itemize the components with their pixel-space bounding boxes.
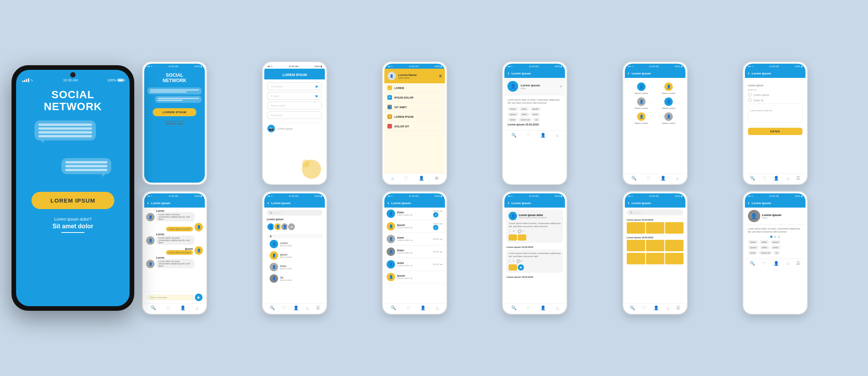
back-arrow[interactable]: ‹ xyxy=(507,71,509,76)
feed-post-1: 👤 Lorem ipsum dolor Lorem ipsum dolor si… xyxy=(506,209,563,243)
nav-search[interactable]: 🔍 xyxy=(511,133,517,138)
nav-h11[interactable]: ♡ xyxy=(642,305,646,310)
nav-h9[interactable]: ♡ xyxy=(407,305,410,310)
menu-item-4[interactable]: ⚙ LOREM IPSUM xyxy=(384,112,445,122)
nav-menu8[interactable]: ☰ xyxy=(316,305,320,310)
nav-hm11[interactable]: ⌂ xyxy=(666,306,669,310)
nav-heart2[interactable]: ♡ xyxy=(527,133,530,138)
nav-p7[interactable]: 👤 xyxy=(180,305,186,310)
back-arrow-11[interactable]: ‹ xyxy=(628,200,629,206)
contact-6: 👤 Name Lorem xyxy=(657,112,681,124)
back-arrow-6[interactable]: ‹ xyxy=(748,71,749,76)
nav-home2[interactable]: ⌂ xyxy=(556,133,559,137)
nav-s1[interactable]: 🔍 xyxy=(631,176,637,181)
nav-hm6[interactable]: ⌂ xyxy=(787,176,789,181)
chat-messages: 👤 Lorem Lorem dolor sit amet, consectetu… xyxy=(144,208,205,291)
field-dob[interactable]: Date of Birth xyxy=(267,102,322,109)
nav-s7[interactable]: 🔍 xyxy=(151,305,156,310)
nav-menu12[interactable]: ☰ xyxy=(796,261,800,266)
menu-item-1[interactable]: ⌂ LOREM xyxy=(384,83,445,93)
nav-p6[interactable]: 👤 xyxy=(774,176,779,181)
radio-2[interactable] xyxy=(748,98,752,102)
nav-s8[interactable]: 🔍 xyxy=(270,305,275,310)
group-item-4[interactable]: 👤 SitIpsum dolor xyxy=(267,273,323,284)
msg-item-3[interactable]: 👤 Amet Lorem dolor sit 09:42 am xyxy=(384,233,445,246)
nav-h8[interactable]: ♡ xyxy=(282,305,286,310)
nav-hm10[interactable]: ⌂ xyxy=(556,306,559,310)
group-item-1[interactable]: 👤 LoremIpsum dolor xyxy=(267,238,323,250)
search-bar-11[interactable]: 🔍 Search xyxy=(627,209,684,215)
group-item-2[interactable]: 👤 IpsumIpsum dolor xyxy=(267,250,323,261)
contact-avatar-6: 👤 xyxy=(664,112,673,121)
msg-item-1[interactable]: 👤 Dolor Lorem dolor sit 09:42 am 1 xyxy=(384,208,445,220)
nav-p9[interactable]: 👤 xyxy=(420,305,426,310)
chat-send-btn[interactable]: ▶ xyxy=(195,294,203,301)
nav-h6[interactable]: ♡ xyxy=(763,176,766,181)
nav-menu11[interactable]: ☰ xyxy=(676,305,680,310)
msg-item-2[interactable]: 👤 Ipsum Lorem dolor sit 09:42 am 2 xyxy=(384,220,445,233)
sp-header-menu: 👤 Lorem Name lorem.dolor × xyxy=(384,69,445,83)
sp-cta-blue[interactable]: LOREM IPSUM xyxy=(153,108,196,116)
nav-house2[interactable]: ⊞ xyxy=(435,176,438,181)
msg-item-4[interactable]: 👤 Dolor Lorem dolor sit 09:42 am xyxy=(384,246,445,258)
phone-menu: ●● ∿ 10:30 AM 100% ▮ 👤 Lorem Name lorem.… xyxy=(382,61,447,185)
nav-h1[interactable]: ♡ xyxy=(647,176,651,181)
nav-s12[interactable]: 🔍 xyxy=(750,261,755,266)
nav-p12[interactable]: 👤 xyxy=(774,261,779,266)
nav-h10[interactable]: ♡ xyxy=(527,305,530,310)
nav-s10[interactable]: 🔍 xyxy=(511,305,517,310)
nav-person2[interactable]: 👤 xyxy=(540,133,546,138)
group-item-3[interactable]: 👤 DolorIpsum dolor xyxy=(267,261,323,273)
menu-item-5[interactable]: → DOLOR SIT xyxy=(384,122,445,131)
field-password[interactable]: Password xyxy=(267,111,322,119)
nav-p1[interactable]: 👤 xyxy=(660,176,666,181)
nav-p8[interactable]: 👤 xyxy=(293,305,299,310)
contact-avatar-4: 👤 xyxy=(664,97,673,106)
nav-menu6[interactable]: ☰ xyxy=(796,176,800,181)
chat-avatar-5: 👤 xyxy=(146,260,155,268)
detail-tag-row-2: ipsum dolor amet xyxy=(748,246,802,249)
sp-status-5: ●● ∿ 10:30 AM 100% ▮ xyxy=(625,64,685,69)
nav-hm7[interactable]: ⌂ xyxy=(196,306,198,310)
nav-heart[interactable]: ♡ xyxy=(404,176,408,181)
back-arrow-10[interactable]: ‹ xyxy=(507,200,509,206)
nav-s6[interactable]: 🔍 xyxy=(750,176,755,181)
group-avatars: 👤 👤 👤 Sit xyxy=(267,223,323,231)
menu-item-2[interactable]: ✉ IPSUM DOLOR xyxy=(384,93,445,102)
nav-hm1[interactable]: ⌂ xyxy=(676,176,679,181)
back-arrow-5[interactable]: ‹ xyxy=(628,71,629,76)
nav-home[interactable]: ⌂ xyxy=(391,176,394,181)
menu-item-3[interactable]: 👥 SIT AMET xyxy=(384,102,445,112)
message-input[interactable]: Type a message ... xyxy=(147,295,193,300)
compose-sub: Dolor sit xyxy=(748,89,802,91)
msg-item-5[interactable]: 👤 Amet Lorem dolor sit 09:42 am xyxy=(384,258,445,271)
sp-body-groups: 🔍 Search Lorem ipsum 👤 👤 👤 Sit A 👤 Lorem… xyxy=(264,208,325,303)
back-arrow-7[interactable]: ‹ xyxy=(147,200,149,206)
cta-button[interactable]: LOREM IPSUM xyxy=(31,192,115,209)
nav-person[interactable]: 👤 xyxy=(419,176,424,181)
field-fullname[interactable]: Full Name▶ xyxy=(267,82,322,90)
nav-hm8[interactable]: ⌂ xyxy=(306,306,309,310)
field-email[interactable]: E-mail▶ xyxy=(267,92,322,100)
nav-h7[interactable]: ♡ xyxy=(166,305,170,310)
back-arrow-8[interactable]: ‹ xyxy=(267,200,269,206)
nav-s11[interactable]: 🔍 xyxy=(630,305,635,310)
back-arrow-9[interactable]: ‹ xyxy=(387,200,389,206)
phone-signup-blue: ●● ∿ 10:30 AM 100% ▮ SOCIALNETWORK LOREM xyxy=(142,61,207,185)
search-bar-8[interactable]: 🔍 Search xyxy=(267,210,323,216)
camera-button[interactable]: 📷 xyxy=(267,125,275,132)
nav-hm12[interactable]: ⌂ xyxy=(787,261,789,266)
nav-s9[interactable]: 🔍 xyxy=(391,305,396,310)
contact-avatar-2: 👤 xyxy=(664,82,673,91)
radio-1[interactable] xyxy=(748,93,752,97)
send-button[interactable]: SEND xyxy=(748,128,802,135)
msg-item-6[interactable]: 👤 Ipsum Lorem dolor sit xyxy=(384,271,445,284)
compose-text-area[interactable]: Lorem ipsum dolor sit xyxy=(748,104,802,123)
nav-p10[interactable]: 👤 xyxy=(540,305,546,310)
back-arrow-12[interactable]: ‹ xyxy=(748,200,749,206)
nav-h12[interactable]: ♡ xyxy=(763,261,766,266)
nav-hm9[interactable]: ⌂ xyxy=(436,306,438,310)
nav-p11[interactable]: 👤 xyxy=(654,305,659,310)
profile-close[interactable]: × xyxy=(560,84,562,89)
close-button[interactable]: × xyxy=(439,73,442,79)
